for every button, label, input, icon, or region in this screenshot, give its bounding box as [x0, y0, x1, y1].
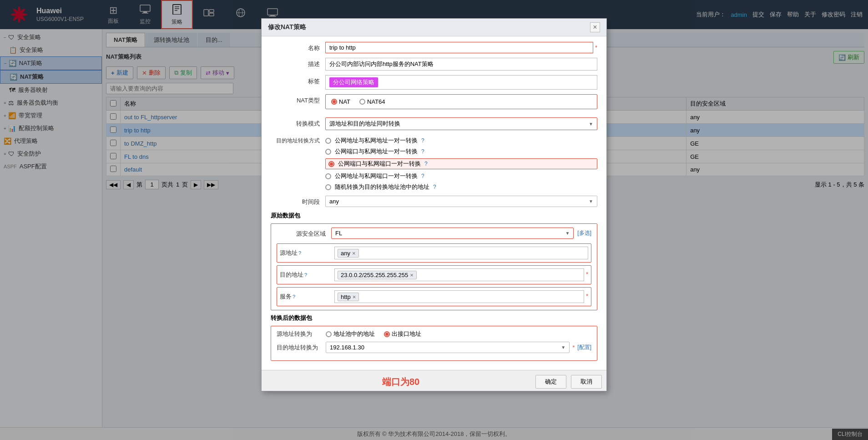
src-transform-label-1: 地址池中的地址 — [333, 330, 375, 338]
service-label: 服务 ? — [280, 290, 334, 301]
dest-radio-group: 公网地址与私网地址一对一转换 ? 公网端口与私网地址一对一转换 ? 公网端口与私… — [325, 137, 597, 191]
dest-radio-3[interactable]: 公网地址与私网端口一对一转换 ? — [325, 172, 597, 180]
nat-radio-group: NAT NAT64 — [331, 98, 591, 105]
cancel-button[interactable]: 取消 — [571, 375, 602, 389]
dest-radio-1[interactable]: 公网端口与私网地址一对一转换 ? — [325, 147, 597, 156]
dest-radio-1-label: 公网端口与私网地址一对一转换 — [335, 147, 418, 156]
dst-transform-text: 192.168.1.30 — [330, 344, 364, 351]
modal-footer: 端口为80 确定 取消 — [262, 370, 606, 391]
dst-transform-select[interactable]: 192.168.1.30 ▼ — [326, 342, 570, 353]
dst-transform-required: * — [572, 344, 575, 351]
dest-radio-1-dot — [325, 149, 331, 155]
multi-select-button[interactable]: [多选] — [577, 229, 591, 237]
src-transform-radio-group: 地址池中的地址 出接口地址 — [326, 330, 421, 338]
dst-transform-arrow: ▼ — [561, 345, 565, 350]
dest-radio-4[interactable]: 随机转换为目的转换地址池中的地址 ? — [325, 183, 597, 191]
original-packet-section: 源安全区域 FL ▼ [多选] 源地址 ? — [271, 223, 597, 310]
desc-value-container: 分公司内部访问内部http服务的NAT策略 — [325, 58, 597, 71]
modal-header: 修改NAT策略 × — [262, 19, 606, 36]
dest-convert-label: 目的地址转换方式 — [271, 135, 325, 145]
dst-addr-row: 目的地址 ? 23.0.0.2/255.255.255.255 × * — [277, 265, 591, 284]
dest-help-3: ? — [421, 173, 424, 179]
nat-radio-2-dot — [359, 99, 365, 105]
modal-body: 名称 trip to http * 描述 分公司内部访问内部http服务的NAT… — [262, 36, 606, 370]
src-transform-radio-1[interactable]: 地址池中的地址 — [326, 330, 375, 338]
dest-radio-2-label: 公网端口与私网端口一对一转换 — [338, 160, 421, 168]
port-info: 端口为80 — [266, 376, 535, 388]
modal-footer-buttons: 确定 取消 — [535, 375, 602, 389]
original-packet-title: 原始数据包 — [271, 212, 597, 220]
src-addr-label: 源地址 ? — [280, 247, 334, 257]
nat-radio-1-label: NAT — [339, 98, 350, 105]
dest-radio-3-label: 公网地址与私网端口一对一转换 — [335, 172, 418, 180]
time-arrow: ▼ — [589, 199, 593, 204]
src-addr-tag-close[interactable]: × — [352, 250, 356, 257]
dest-radio-4-dot — [325, 184, 331, 190]
desc-display[interactable]: 分公司内部访问内部http服务的NAT策略 — [325, 58, 597, 71]
service-tag: http × — [338, 293, 359, 301]
convert-mode-row: 转换模式 源地址和目的地址同时转换 ▼ — [271, 117, 597, 130]
nat-type-label: NAT类型 — [271, 94, 325, 105]
convert-mode-value: 源地址和目的地址同时转换 ▼ — [325, 117, 597, 130]
service-row: 服务 ? http × * — [277, 287, 591, 306]
dest-radio-4-label: 随机转换为目的转换地址池中的地址 — [335, 183, 429, 191]
desc-row: 描述 分公司内部访问内部http服务的NAT策略 — [271, 58, 597, 71]
dst-addr-required: * — [586, 268, 588, 278]
service-tag-close[interactable]: × — [353, 293, 356, 300]
dst-addr-value: 23.0.0.2/255.255.255.255 × — [334, 268, 584, 281]
nat-radio-1[interactable]: NAT — [331, 98, 350, 105]
service-help: ? — [293, 294, 295, 299]
dst-addr-tag-close[interactable]: × — [410, 272, 414, 278]
src-zone-select[interactable]: FL ▼ — [331, 228, 574, 239]
confirm-button[interactable]: 确定 — [535, 375, 566, 389]
tag-value-container: 分公司网络策略 — [325, 75, 597, 90]
nat-radio-2[interactable]: NAT64 — [359, 98, 385, 105]
src-addr-tag: any × — [338, 249, 359, 258]
dst-transform-label: 目的地址转换为 — [277, 344, 322, 352]
dest-radio-2[interactable]: 公网端口与私网端口一对一转换 ? — [325, 158, 597, 169]
tag-label: 标签 — [271, 75, 325, 86]
time-label: 时间段 — [271, 196, 325, 206]
nat-radio-1-dot — [331, 99, 337, 105]
dst-transform-config-btn[interactable]: [配置] — [577, 344, 591, 351]
dst-addr-tag: 23.0.0.2/255.255.255.255 × — [338, 271, 417, 279]
nat-type-row: NAT类型 NAT NAT64 — [271, 94, 597, 113]
src-zone-label: 源安全区域 — [277, 228, 331, 238]
src-transform-row: 源地址转换为 地址池中的地址 出接口地址 — [277, 330, 591, 338]
transform-section: 源地址转换为 地址池中的地址 出接口地址 目的地址转换为 — [271, 326, 597, 361]
dest-radio-0[interactable]: 公网地址与私网地址一对一转换 ? — [325, 137, 597, 145]
src-zone-row: 源安全区域 FL ▼ [多选] — [277, 228, 591, 239]
dest-help-0: ? — [421, 137, 424, 144]
desc-label: 描述 — [271, 58, 325, 68]
src-addr-help: ? — [298, 250, 301, 256]
name-display[interactable]: trip to http — [325, 42, 593, 53]
modal-title: 修改NAT策略 — [268, 23, 306, 31]
dst-transform-value-container: 192.168.1.30 ▼ * [配置] — [326, 342, 591, 353]
nat-type-value: NAT NAT64 — [325, 94, 597, 113]
convert-mode-label: 转换模式 — [271, 117, 325, 128]
dest-radio-2-dot — [328, 161, 334, 167]
dest-help-2: ? — [424, 161, 428, 167]
convert-mode-arrow: ▼ — [589, 121, 593, 126]
src-zone-text: FL — [335, 230, 342, 237]
src-transform-label-2: 出接口地址 — [392, 330, 421, 338]
src-addr-value: any × — [334, 247, 588, 259]
tag-row: 标签 分公司网络策略 — [271, 75, 597, 90]
src-transform-radio-1-dot — [326, 331, 332, 337]
name-required: * — [595, 44, 597, 51]
time-row: 时间段 any ▼ — [271, 196, 597, 207]
service-value: http × — [334, 290, 584, 303]
modal-overlay: 修改NAT策略 × 名称 trip to http * 描述 分公司内部访问内部… — [0, 0, 868, 440]
src-addr-row: 源地址 ? any × — [277, 243, 591, 263]
modal-close-button[interactable]: × — [590, 22, 600, 32]
src-transform-radio-2[interactable]: 出接口地址 — [384, 330, 421, 338]
dest-help-1: ? — [421, 148, 424, 155]
name-value-container: trip to http * — [325, 42, 597, 53]
convert-mode-select[interactable]: 源地址和目的地址同时转换 ▼ — [325, 117, 597, 130]
name-label: 名称 — [271, 42, 325, 52]
dest-radio-0-label: 公网地址与私网地址一对一转换 — [335, 137, 418, 145]
src-transform-label: 源地址转换为 — [277, 330, 322, 338]
src-zone-value-container: FL ▼ [多选] — [331, 228, 591, 239]
time-select[interactable]: any ▼ — [325, 196, 597, 207]
dest-help-4: ? — [433, 184, 436, 190]
